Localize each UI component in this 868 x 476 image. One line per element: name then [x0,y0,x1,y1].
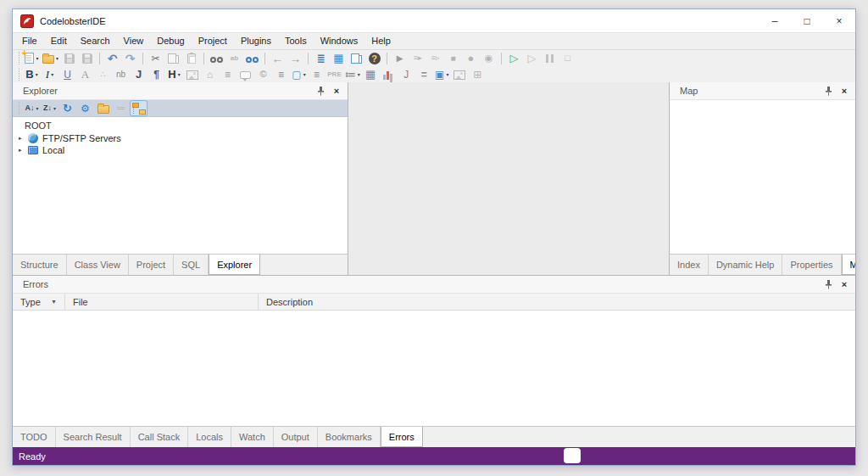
paste-button[interactable] [183,51,199,65]
bottom-tab-errors[interactable]: Errors [381,426,423,447]
inspector-button[interactable]: ◉ [481,51,497,65]
dropdown-arrow-icon[interactable]: ▾ [303,71,306,77]
insert-form-button[interactable]: ▣▾ [434,67,450,81]
menu-item-search[interactable]: Search [74,33,117,49]
insert-comment-button[interactable] [237,67,253,81]
insert-indent-button[interactable] [381,67,397,81]
details-view-button[interactable]: ≔ [113,101,129,115]
menu-item-edit[interactable]: Edit [44,33,74,49]
column-header-description[interactable]: Description [259,294,855,310]
menu-item-plugins[interactable]: Plugins [234,33,278,49]
toolbar-grip[interactable] [15,102,19,115]
bottom-tab-todo[interactable]: TODO [13,427,56,447]
errors-pin-button[interactable] [822,278,834,290]
bottom-tab-locals[interactable]: Locals [188,427,231,447]
dropdown-arrow-icon[interactable]: ▾ [178,71,181,77]
italic-button[interactable]: I▾ [42,67,58,81]
bold-button[interactable]: B▾ [24,67,40,81]
new-file-button[interactable]: ▾ [24,51,40,65]
save-button[interactable] [61,51,77,65]
preview-in-browser-button[interactable]: ● [463,51,479,65]
heading-button[interactable]: H▾ [166,67,182,81]
insert-image-button[interactable] [184,67,200,81]
insert-frame-button[interactable]: ⊞ [470,67,486,81]
image-map-button[interactable] [452,67,468,81]
div-tag-button[interactable]: ≡ [273,67,289,81]
close-button[interactable]: × [823,9,855,32]
map-pin-button[interactable] [822,85,834,97]
insert-anchor-button[interactable]: ⌂ [202,67,218,81]
filter-dropdown-icon[interactable]: ▼ [44,299,57,305]
file-compare-button[interactable] [348,51,364,65]
toolbar-grip[interactable] [15,52,19,64]
stop-debug-button[interactable]: □ [559,51,576,65]
settings-button[interactable]: ⚙ [77,101,93,115]
bottom-tab-output[interactable]: Output [274,427,318,447]
keymap-button[interactable]: ▦ [331,51,347,65]
menu-item-project[interactable]: Project [192,33,234,49]
menu-item-view[interactable]: View [117,33,151,49]
non-breaking-space-button[interactable]: nb [113,67,129,81]
open-file-button[interactable]: ▾ [42,51,59,65]
map-tab-dynamic-help[interactable]: Dynamic Help [709,255,782,275]
bottom-tab-watch[interactable]: Watch [231,427,274,447]
explorer-close-button[interactable]: × [331,85,342,97]
dropdown-arrow-icon[interactable]: ▾ [446,71,448,77]
dropdown-arrow-icon[interactable]: ▾ [36,55,38,61]
line-break-2-button[interactable]: J [398,67,415,81]
find-button[interactable] [209,51,225,65]
tree-item-ftp-sftp-servers[interactable]: ▸FTP/SFTP Servers [13,132,348,144]
horizontal-rule-button[interactable]: ≡ [220,67,236,81]
replace-button[interactable]: ab [226,51,242,65]
menu-item-tools[interactable]: Tools [278,33,314,49]
explorer-pin-button[interactable] [314,85,326,97]
underline-button[interactable]: U [59,67,75,81]
copy-button[interactable] [165,51,181,65]
explorer-tab-project[interactable]: Project [129,255,174,275]
start-debug-button[interactable]: ▷ [506,51,522,65]
dropdown-arrow-icon[interactable]: ▾ [36,71,38,77]
span-style-button[interactable]: ▢▾ [291,67,307,81]
bottom-tab-search-result[interactable]: Search Result [56,427,131,447]
tree-item-local[interactable]: ▸Local [13,144,348,156]
dropdown-arrow-icon[interactable]: ▾ [36,105,38,111]
tree-view-button[interactable] [131,101,147,115]
menu-item-windows[interactable]: Windows [314,33,365,49]
menu-item-help[interactable]: Help [364,33,398,49]
explorer-tab-structure[interactable]: Structure [13,255,67,275]
cut-button[interactable]: ✂ [147,51,164,65]
step-over-button[interactable]: ≡▹ [427,51,443,65]
insert-table-button[interactable]: ▦ [363,67,379,81]
save-all-button[interactable] [79,51,95,65]
special-characters-button[interactable]: © [255,67,271,81]
code-templates-button[interactable]: ≣ [313,51,329,65]
dropdown-arrow-icon[interactable]: ▾ [56,55,58,61]
map-close-button[interactable]: × [838,85,850,97]
paragraph-button[interactable]: ¶ [148,67,164,81]
goto-folder-button[interactable] [95,101,111,115]
minimize-button[interactable]: – [759,9,791,32]
pause-debug-button[interactable] [542,51,558,65]
explorer-tab-class-view[interactable]: Class View [67,255,129,275]
font-button[interactable]: A [77,67,93,81]
stop-button[interactable]: ■ [445,51,461,65]
column-header-type[interactable]: Type▼ [13,294,65,310]
undo-button[interactable]: ↶ [104,51,120,65]
insert-list-button[interactable]: ≔▾ [344,67,361,81]
expand-arrow-icon[interactable]: ▸ [19,135,27,142]
menu-item-debug[interactable]: Debug [150,33,191,49]
bottom-tab-bookmarks[interactable]: Bookmarks [318,427,381,447]
step-into-button[interactable]: ≡▸ [409,51,426,65]
navigate-back-button[interactable]: ← [270,51,286,65]
special-symbols-button[interactable]: ∴ [95,67,111,81]
refresh-button[interactable]: ↻ [59,101,75,115]
tree-root-item[interactable]: ROOT [13,120,348,132]
errors-close-button[interactable]: × [838,278,850,290]
help-button[interactable]: ? [366,51,382,65]
line-break-button[interactable]: J [131,67,147,81]
column-header-file[interactable]: File [65,294,259,310]
preformatted-button[interactable]: PRE [326,67,342,81]
expand-arrow-icon[interactable]: ▸ [19,147,27,154]
sort-by-name-button[interactable]: A↓▾ [24,101,40,115]
dropdown-arrow-icon[interactable]: ▾ [51,71,53,77]
